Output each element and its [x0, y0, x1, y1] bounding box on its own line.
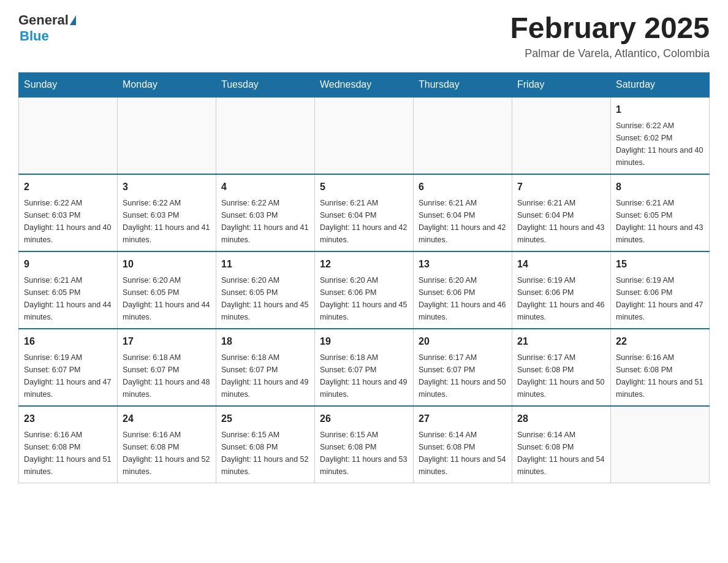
table-row: 5Sunrise: 6:21 AM Sunset: 6:04 PM Daylig… — [315, 174, 414, 251]
calendar-week-row: 2Sunrise: 6:22 AM Sunset: 6:03 PM Daylig… — [19, 174, 710, 251]
day-number: 13 — [419, 257, 507, 272]
table-row: 19Sunrise: 6:18 AM Sunset: 6:07 PM Dayli… — [315, 329, 414, 406]
day-number: 20 — [419, 334, 507, 349]
calendar-week-row: 16Sunrise: 6:19 AM Sunset: 6:07 PM Dayli… — [19, 329, 710, 406]
day-info: Sunrise: 6:19 AM Sunset: 6:07 PM Dayligh… — [24, 351, 112, 400]
day-number: 9 — [24, 257, 112, 272]
table-row — [512, 97, 611, 174]
day-number: 24 — [123, 412, 211, 426]
table-row: 16Sunrise: 6:19 AM Sunset: 6:07 PM Dayli… — [19, 329, 118, 406]
table-row: 13Sunrise: 6:20 AM Sunset: 6:06 PM Dayli… — [414, 251, 512, 329]
calendar-header-row: Sunday Monday Tuesday Wednesday Thursday… — [19, 72, 710, 97]
table-row: 17Sunrise: 6:18 AM Sunset: 6:07 PM Dayli… — [118, 329, 216, 406]
day-number: 26 — [320, 412, 408, 426]
header-tuesday: Tuesday — [216, 72, 315, 97]
table-row: 18Sunrise: 6:18 AM Sunset: 6:07 PM Dayli… — [216, 329, 315, 406]
day-number: 15 — [616, 257, 704, 272]
day-number: 10 — [123, 257, 211, 272]
logo-triangle-icon — [70, 15, 76, 25]
day-number: 2 — [24, 180, 112, 194]
day-number: 18 — [221, 334, 309, 349]
day-info: Sunrise: 6:18 AM Sunset: 6:07 PM Dayligh… — [123, 351, 211, 400]
table-row: 24Sunrise: 6:16 AM Sunset: 6:08 PM Dayli… — [118, 406, 216, 483]
calendar-week-row: 1Sunrise: 6:22 AM Sunset: 6:02 PM Daylig… — [19, 97, 710, 174]
calendar-table: Sunday Monday Tuesday Wednesday Thursday… — [18, 72, 710, 483]
day-number: 28 — [517, 412, 605, 426]
day-info: Sunrise: 6:16 AM Sunset: 6:08 PM Dayligh… — [123, 429, 211, 478]
day-info: Sunrise: 6:20 AM Sunset: 6:05 PM Dayligh… — [123, 274, 211, 323]
table-row: 14Sunrise: 6:19 AM Sunset: 6:06 PM Dayli… — [512, 251, 611, 329]
table-row: 25Sunrise: 6:15 AM Sunset: 6:08 PM Dayli… — [216, 406, 315, 483]
table-row: 8Sunrise: 6:21 AM Sunset: 6:05 PM Daylig… — [611, 174, 710, 251]
day-number: 23 — [24, 412, 112, 426]
day-info: Sunrise: 6:14 AM Sunset: 6:08 PM Dayligh… — [517, 429, 605, 478]
table-row: 12Sunrise: 6:20 AM Sunset: 6:06 PM Dayli… — [315, 251, 414, 329]
table-row: 20Sunrise: 6:17 AM Sunset: 6:07 PM Dayli… — [414, 329, 512, 406]
day-number: 22 — [616, 334, 704, 349]
table-row: 9Sunrise: 6:21 AM Sunset: 6:05 PM Daylig… — [19, 251, 118, 329]
header-saturday: Saturday — [611, 72, 710, 97]
day-number: 16 — [24, 334, 112, 349]
day-number: 5 — [320, 180, 408, 194]
table-row: 11Sunrise: 6:20 AM Sunset: 6:05 PM Dayli… — [216, 251, 315, 329]
day-info: Sunrise: 6:21 AM Sunset: 6:04 PM Dayligh… — [517, 197, 605, 246]
table-row: 15Sunrise: 6:19 AM Sunset: 6:06 PM Dayli… — [611, 251, 710, 329]
header-thursday: Thursday — [414, 72, 512, 97]
table-row — [216, 97, 315, 174]
title-section: February 2025 Palmar de Varela, Atlantic… — [510, 12, 710, 60]
day-number: 6 — [419, 180, 507, 194]
day-number: 21 — [517, 334, 605, 349]
day-number: 25 — [221, 412, 309, 426]
header-friday: Friday — [512, 72, 611, 97]
table-row: 7Sunrise: 6:21 AM Sunset: 6:04 PM Daylig… — [512, 174, 611, 251]
table-row — [611, 406, 710, 483]
logo: General Blue — [18, 12, 77, 44]
day-number: 3 — [123, 180, 211, 194]
table-row: 3Sunrise: 6:22 AM Sunset: 6:03 PM Daylig… — [118, 174, 216, 251]
location-text: Palmar de Varela, Atlantico, Colombia — [510, 47, 710, 60]
day-number: 4 — [221, 180, 309, 194]
day-info: Sunrise: 6:22 AM Sunset: 6:03 PM Dayligh… — [24, 197, 112, 246]
day-number: 11 — [221, 257, 309, 272]
table-row: 22Sunrise: 6:16 AM Sunset: 6:08 PM Dayli… — [611, 329, 710, 406]
day-info: Sunrise: 6:16 AM Sunset: 6:08 PM Dayligh… — [616, 351, 704, 400]
day-number: 12 — [320, 257, 408, 272]
month-title: February 2025 — [510, 12, 710, 45]
header-monday: Monday — [118, 72, 216, 97]
day-number: 27 — [419, 412, 507, 426]
page-header: General Blue February 2025 Palmar de Var… — [18, 12, 710, 60]
day-info: Sunrise: 6:20 AM Sunset: 6:06 PM Dayligh… — [419, 274, 507, 323]
day-info: Sunrise: 6:15 AM Sunset: 6:08 PM Dayligh… — [221, 429, 309, 478]
day-info: Sunrise: 6:20 AM Sunset: 6:05 PM Dayligh… — [221, 274, 309, 323]
day-number: 8 — [616, 180, 704, 194]
logo-general-text: General — [18, 12, 69, 28]
day-number: 19 — [320, 334, 408, 349]
table-row: 10Sunrise: 6:20 AM Sunset: 6:05 PM Dayli… — [118, 251, 216, 329]
day-info: Sunrise: 6:17 AM Sunset: 6:08 PM Dayligh… — [517, 351, 605, 400]
table-row: 26Sunrise: 6:15 AM Sunset: 6:08 PM Dayli… — [315, 406, 414, 483]
day-number: 17 — [123, 334, 211, 349]
day-number: 14 — [517, 257, 605, 272]
table-row: 2Sunrise: 6:22 AM Sunset: 6:03 PM Daylig… — [19, 174, 118, 251]
day-info: Sunrise: 6:16 AM Sunset: 6:08 PM Dayligh… — [24, 429, 112, 478]
day-info: Sunrise: 6:22 AM Sunset: 6:03 PM Dayligh… — [221, 197, 309, 246]
table-row: 28Sunrise: 6:14 AM Sunset: 6:08 PM Dayli… — [512, 406, 611, 483]
table-row — [414, 97, 512, 174]
day-info: Sunrise: 6:21 AM Sunset: 6:05 PM Dayligh… — [616, 197, 704, 246]
day-info: Sunrise: 6:21 AM Sunset: 6:04 PM Dayligh… — [320, 197, 408, 246]
table-row — [19, 97, 118, 174]
day-number: 7 — [517, 180, 605, 194]
table-row: 6Sunrise: 6:21 AM Sunset: 6:04 PM Daylig… — [414, 174, 512, 251]
day-number: 1 — [616, 102, 704, 117]
day-info: Sunrise: 6:21 AM Sunset: 6:04 PM Dayligh… — [419, 197, 507, 246]
day-info: Sunrise: 6:20 AM Sunset: 6:06 PM Dayligh… — [320, 274, 408, 323]
calendar-week-row: 23Sunrise: 6:16 AM Sunset: 6:08 PM Dayli… — [19, 406, 710, 483]
table-row — [118, 97, 216, 174]
day-info: Sunrise: 6:22 AM Sunset: 6:03 PM Dayligh… — [123, 197, 211, 246]
day-info: Sunrise: 6:15 AM Sunset: 6:08 PM Dayligh… — [320, 429, 408, 478]
table-row — [315, 97, 414, 174]
table-row: 1Sunrise: 6:22 AM Sunset: 6:02 PM Daylig… — [611, 97, 710, 174]
day-info: Sunrise: 6:14 AM Sunset: 6:08 PM Dayligh… — [419, 429, 507, 478]
day-info: Sunrise: 6:19 AM Sunset: 6:06 PM Dayligh… — [517, 274, 605, 323]
day-info: Sunrise: 6:19 AM Sunset: 6:06 PM Dayligh… — [616, 274, 704, 323]
